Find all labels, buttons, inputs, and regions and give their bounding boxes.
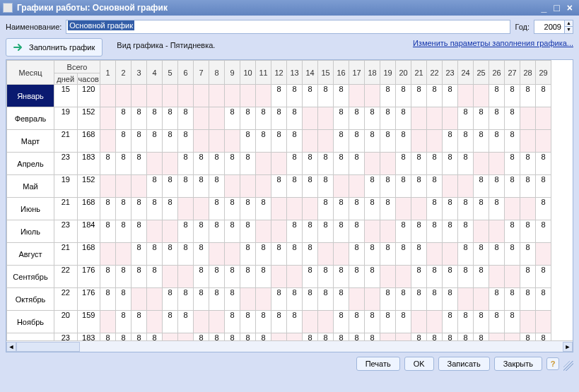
day-cell[interactable]: 8 bbox=[443, 311, 458, 333]
day-cell[interactable] bbox=[287, 266, 303, 288]
days-cell[interactable]: 22 bbox=[54, 266, 78, 288]
col-day-26[interactable]: 26 bbox=[489, 61, 505, 85]
day-cell[interactable] bbox=[443, 175, 458, 198]
table-row[interactable]: Февраль191528888888888888888888 bbox=[7, 107, 551, 130]
day-cell[interactable]: 8 bbox=[536, 175, 551, 198]
day-cell[interactable] bbox=[411, 130, 427, 153]
day-cell[interactable]: 8 bbox=[225, 107, 240, 130]
day-cell[interactable]: 8 bbox=[178, 243, 194, 266]
day-cell[interactable]: 8 bbox=[489, 85, 505, 107]
day-cell[interactable]: 8 bbox=[411, 243, 427, 266]
day-cell[interactable] bbox=[380, 153, 396, 175]
day-cell[interactable]: 8 bbox=[536, 288, 551, 311]
day-cell[interactable]: 8 bbox=[458, 107, 474, 130]
day-cell[interactable] bbox=[163, 220, 178, 243]
day-cell[interactable] bbox=[163, 153, 178, 175]
days-cell[interactable]: 15 bbox=[54, 85, 78, 107]
day-cell[interactable]: 8 bbox=[287, 220, 303, 243]
close-button[interactable]: × bbox=[563, 2, 576, 13]
day-cell[interactable]: 8 bbox=[147, 130, 163, 153]
day-cell[interactable]: 8 bbox=[194, 220, 209, 243]
month-cell[interactable]: Февраль bbox=[7, 107, 54, 130]
day-cell[interactable]: 8 bbox=[147, 198, 163, 220]
day-cell[interactable]: 8 bbox=[100, 288, 116, 311]
day-cell[interactable]: 8 bbox=[163, 198, 178, 220]
col-day-16[interactable]: 16 bbox=[334, 61, 349, 85]
day-cell[interactable]: 8 bbox=[396, 130, 411, 153]
day-cell[interactable] bbox=[411, 311, 427, 333]
day-cell[interactable]: 8 bbox=[380, 288, 396, 311]
day-cell[interactable]: 8 bbox=[271, 243, 287, 266]
day-cell[interactable] bbox=[520, 311, 536, 333]
day-cell[interactable] bbox=[380, 333, 396, 341]
day-cell[interactable] bbox=[209, 130, 225, 153]
day-cell[interactable] bbox=[334, 175, 349, 198]
day-cell[interactable]: 8 bbox=[318, 333, 334, 341]
day-cell[interactable]: 8 bbox=[225, 220, 240, 243]
day-cell[interactable] bbox=[147, 153, 163, 175]
day-cell[interactable] bbox=[194, 311, 209, 333]
day-cell[interactable]: 8 bbox=[427, 266, 443, 288]
day-cell[interactable]: 8 bbox=[380, 311, 396, 333]
day-cell[interactable] bbox=[178, 266, 194, 288]
day-cell[interactable]: 8 bbox=[489, 288, 505, 311]
day-cell[interactable] bbox=[271, 220, 287, 243]
day-cell[interactable]: 8 bbox=[209, 220, 225, 243]
col-day-19[interactable]: 19 bbox=[380, 61, 396, 85]
hours-cell[interactable]: 168 bbox=[77, 243, 100, 266]
day-cell[interactable] bbox=[131, 288, 147, 311]
day-cell[interactable]: 8 bbox=[380, 107, 396, 130]
day-cell[interactable] bbox=[256, 153, 271, 175]
day-cell[interactable] bbox=[225, 175, 240, 198]
day-cell[interactable]: 8 bbox=[256, 198, 271, 220]
day-cell[interactable] bbox=[489, 153, 505, 175]
col-day-5[interactable]: 5 bbox=[163, 61, 178, 85]
day-cell[interactable] bbox=[100, 311, 116, 333]
day-cell[interactable]: 8 bbox=[287, 130, 303, 153]
day-cell[interactable] bbox=[427, 311, 443, 333]
col-day-4[interactable]: 4 bbox=[147, 61, 163, 85]
day-cell[interactable]: 8 bbox=[411, 266, 427, 288]
day-cell[interactable]: 8 bbox=[334, 107, 349, 130]
day-cell[interactable]: 8 bbox=[489, 130, 505, 153]
day-cell[interactable]: 8 bbox=[271, 175, 287, 198]
grid-scroll-area[interactable]: МесяцВсего123456789101112131415161718192… bbox=[6, 60, 573, 340]
day-cell[interactable]: 8 bbox=[443, 85, 458, 107]
day-cell[interactable]: 8 bbox=[458, 198, 474, 220]
day-cell[interactable]: 8 bbox=[178, 220, 194, 243]
day-cell[interactable]: 8 bbox=[194, 175, 209, 198]
month-cell[interactable]: Январь bbox=[7, 85, 54, 107]
table-row[interactable]: Октябрь22176888888888888888888888 bbox=[7, 288, 551, 311]
day-cell[interactable]: 8 bbox=[287, 311, 303, 333]
day-cell[interactable]: 8 bbox=[536, 198, 551, 220]
day-cell[interactable]: 8 bbox=[458, 243, 474, 266]
day-cell[interactable] bbox=[474, 85, 489, 107]
day-cell[interactable]: 8 bbox=[256, 266, 271, 288]
day-cell[interactable]: 8 bbox=[396, 153, 411, 175]
day-cell[interactable]: 8 bbox=[411, 288, 427, 311]
month-cell[interactable]: Апрель bbox=[7, 153, 54, 175]
scroll-thumb[interactable] bbox=[16, 342, 80, 352]
day-cell[interactable]: 8 bbox=[427, 333, 443, 341]
day-cell[interactable] bbox=[100, 243, 116, 266]
day-cell[interactable] bbox=[489, 266, 505, 288]
day-cell[interactable]: 8 bbox=[474, 243, 489, 266]
days-cell[interactable]: 20 bbox=[54, 311, 78, 333]
day-cell[interactable]: 8 bbox=[411, 220, 427, 243]
day-cell[interactable]: 8 bbox=[505, 85, 520, 107]
day-cell[interactable]: 8 bbox=[116, 266, 131, 288]
day-cell[interactable]: 8 bbox=[505, 220, 520, 243]
day-cell[interactable]: 8 bbox=[349, 311, 365, 333]
day-cell[interactable]: 8 bbox=[240, 130, 256, 153]
day-cell[interactable]: 8 bbox=[349, 130, 365, 153]
day-cell[interactable]: 8 bbox=[194, 288, 209, 311]
day-cell[interactable] bbox=[256, 85, 271, 107]
day-cell[interactable] bbox=[303, 130, 318, 153]
day-cell[interactable]: 8 bbox=[318, 175, 334, 198]
day-cell[interactable] bbox=[100, 130, 116, 153]
print-button[interactable]: Печать bbox=[356, 357, 400, 371]
day-cell[interactable] bbox=[225, 130, 240, 153]
day-cell[interactable]: 8 bbox=[194, 153, 209, 175]
day-cell[interactable]: 8 bbox=[427, 175, 443, 198]
col-day-11[interactable]: 11 bbox=[256, 61, 271, 85]
